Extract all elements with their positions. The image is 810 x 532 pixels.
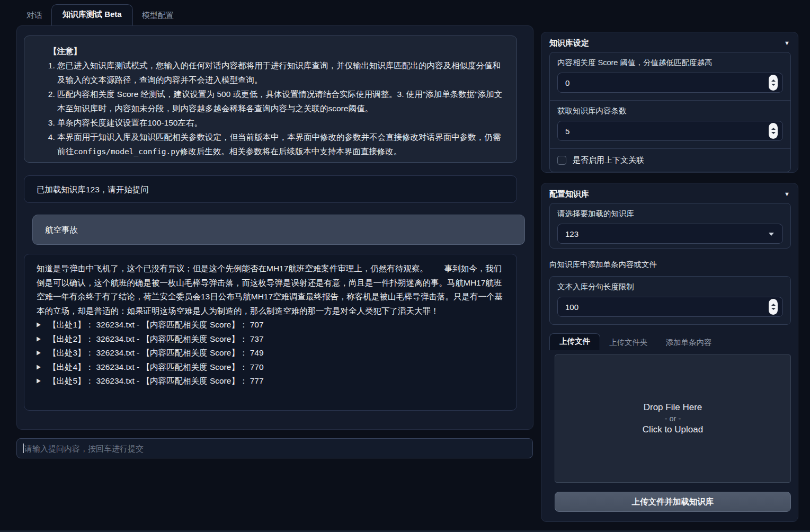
source-label: 【出处5】： 326234.txt - 【内容匹配相关度 Score】： 777 xyxy=(48,374,264,388)
kb-select-dropdown[interactable]: 123 xyxy=(557,224,783,244)
context-link-checkbox-row[interactable]: 是否启用上下文关联 xyxy=(550,148,790,172)
notice-box: 【注意】 您已进入知识库测试模式，您输入的任何对话内容都将用于进行知识库查询，并… xyxy=(24,36,517,163)
source-details-2[interactable]: ▶ 【出处2】： 326234.txt - 【内容匹配相关度 Score】： 7… xyxy=(37,332,504,347)
source-label: 【出处4】： 326234.txt - 【内容匹配相关度 Score】： 770 xyxy=(48,360,264,375)
context-link-label: 是否启用上下文关联 xyxy=(573,155,644,165)
bot-message: 已加载知识库123，请开始提问 xyxy=(24,175,517,203)
kb-select-label: 请选择要加载的知识库 xyxy=(557,209,783,219)
sentence-length-row: 文本入库分句长度限制 xyxy=(550,277,790,324)
tab-upload-file[interactable]: 上传文件 xyxy=(549,333,600,350)
score-threshold-row: 内容相关度 Score 阈值，分值越低匹配度越高 xyxy=(550,52,790,100)
topk-input[interactable] xyxy=(557,121,783,141)
top-tab-bar: 对话 知识库测试 Beta 模型配置 xyxy=(17,6,183,25)
source-details-4[interactable]: ▶ 【出处4】： 326234.txt - 【内容匹配相关度 Score】： 7… xyxy=(37,360,504,375)
user-message: 航空事故 xyxy=(32,215,525,245)
context-link-checkbox[interactable] xyxy=(557,156,566,165)
upload-and-load-kb-button[interactable]: 上传文件并加载知识库 xyxy=(555,492,791,512)
chevron-down-icon: ▼ xyxy=(784,40,790,46)
kb-settings-panel: 知识库设定 ▼ 内容相关度 Score 阈值，分值越低匹配度越高 获取知识库内容… xyxy=(541,32,798,173)
bot-message: 知道是导弹击中飞机了，这个已没有异议；但是这个先例能否在MH17航班空难案件审理… xyxy=(24,254,517,411)
notice-item: 本界面用于知识入库及知识匹配相关参数设定，但当前版本中，本界面中修改的参数并不会… xyxy=(57,130,505,159)
stepper-up-icon[interactable] xyxy=(771,128,776,130)
chevron-down-icon: ▼ xyxy=(784,191,790,197)
topk-label: 获取知识库内容条数 xyxy=(557,106,783,116)
notice-item: 单条内容长度建议设置在100-150左右。 xyxy=(57,116,505,130)
expand-icon: ▶ xyxy=(37,317,43,333)
notice-item: 匹配内容相关度 Score 经测试，建议设置为 500 或更低，具体设置情况请结… xyxy=(57,87,505,116)
source-details-3[interactable]: ▶ 【出处3】： 326234.txt - 【内容匹配相关度 Score】： 7… xyxy=(37,346,504,360)
source-label: 【出处3】： 326234.txt - 【内容匹配相关度 Score】： 749 xyxy=(48,346,264,360)
text-cursor xyxy=(23,444,24,453)
stepper-up-icon[interactable] xyxy=(771,304,776,306)
bot-answer-text: 知道是导弹击中飞机了，这个已没有异议；但是这个先例能否在MH17航班空难案件审理… xyxy=(37,262,504,318)
upload-tab-bar: 上传文件 上传文件夹 添加单条内容 xyxy=(549,335,721,350)
tab-model-config[interactable]: 模型配置 xyxy=(133,6,183,25)
add-content-label: 向知识库中添加单条内容或文件 xyxy=(549,260,657,270)
stepper-down-icon[interactable] xyxy=(771,132,776,134)
kb-select-row: 请选择要加载的知识库 123 xyxy=(550,203,790,251)
tab-kb-test[interactable]: 知识库测试 Beta xyxy=(51,4,133,25)
dropzone-line-2: - or - xyxy=(665,414,681,423)
chat-input-container xyxy=(16,438,533,458)
score-threshold-input[interactable] xyxy=(557,73,783,93)
dropdown-caret-icon xyxy=(769,233,774,236)
stepper-down-icon[interactable] xyxy=(771,308,776,310)
kb-select-box: 请选择要加载的知识库 123 xyxy=(549,203,791,249)
stepper-down-icon[interactable] xyxy=(771,84,776,86)
sentence-length-label: 文本入库分句长度限制 xyxy=(557,282,783,292)
source-label: 【出处1】： 326234.txt - 【内容匹配相关度 Score】： 707 xyxy=(48,318,264,332)
kb-test-panel: 【注意】 您已进入知识库测试模式，您输入的任何对话内容都将用于进行知识库查询，并… xyxy=(16,25,533,430)
stepper-up-icon[interactable] xyxy=(771,79,776,82)
notice-title: 【注意】 xyxy=(49,44,505,58)
number-stepper[interactable] xyxy=(769,75,778,91)
source-details-5[interactable]: ▶ 【出处5】： 326234.txt - 【内容匹配相关度 Score】： 7… xyxy=(37,374,504,388)
tab-upload-folder[interactable]: 上传文件夹 xyxy=(600,335,657,350)
source-details-1[interactable]: ▶ 【出处1】： 326234.txt - 【内容匹配相关度 Score】： 7… xyxy=(37,318,504,332)
tab-chat[interactable]: 对话 xyxy=(17,6,51,25)
config-path-code: configs/model_config.py xyxy=(74,147,180,156)
topk-row: 获取知识库内容条数 xyxy=(550,100,790,148)
sentence-length-box: 文本入库分句长度限制 xyxy=(549,276,791,325)
dropzone-line-1: Drop File Here xyxy=(644,402,702,413)
expand-icon: ▶ xyxy=(37,345,43,361)
notice-item: 您已进入知识库测试模式，您输入的任何对话内容都将用于进行知识库查询，并仅输出知识… xyxy=(57,58,505,87)
score-threshold-label: 内容相关度 Score 阈值，分值越低匹配度越高 xyxy=(557,58,783,68)
dropzone-line-3: Click to Upload xyxy=(643,424,703,435)
sentence-length-input[interactable] xyxy=(557,297,783,317)
kb-settings-title: 知识库设定 xyxy=(549,38,589,48)
expand-icon: ▶ xyxy=(37,373,43,389)
kb-settings-accordion-header[interactable]: 知识库设定 ▼ xyxy=(549,37,790,49)
number-stepper[interactable] xyxy=(769,123,778,139)
kb-config-panel: 配置知识库 ▼ 请选择要加载的知识库 123 向知识库中添加单条内容或文件 文本… xyxy=(541,183,798,522)
source-label: 【出处2】： 326234.txt - 【内容匹配相关度 Score】： 737 xyxy=(48,332,264,347)
chat-input[interactable] xyxy=(24,444,526,453)
file-dropzone[interactable]: Drop File Here - or - Click to Upload xyxy=(555,354,791,483)
kb-select-value: 123 xyxy=(565,229,578,238)
kb-config-title: 配置知识库 xyxy=(549,189,589,199)
number-stepper[interactable] xyxy=(769,299,778,315)
tab-add-single-content[interactable]: 添加单条内容 xyxy=(657,335,721,350)
kb-settings-form: 内容相关度 Score 阈值，分值越低匹配度越高 获取知识库内容条数 xyxy=(549,52,791,172)
kb-config-accordion-header[interactable]: 配置知识库 ▼ xyxy=(549,188,790,200)
